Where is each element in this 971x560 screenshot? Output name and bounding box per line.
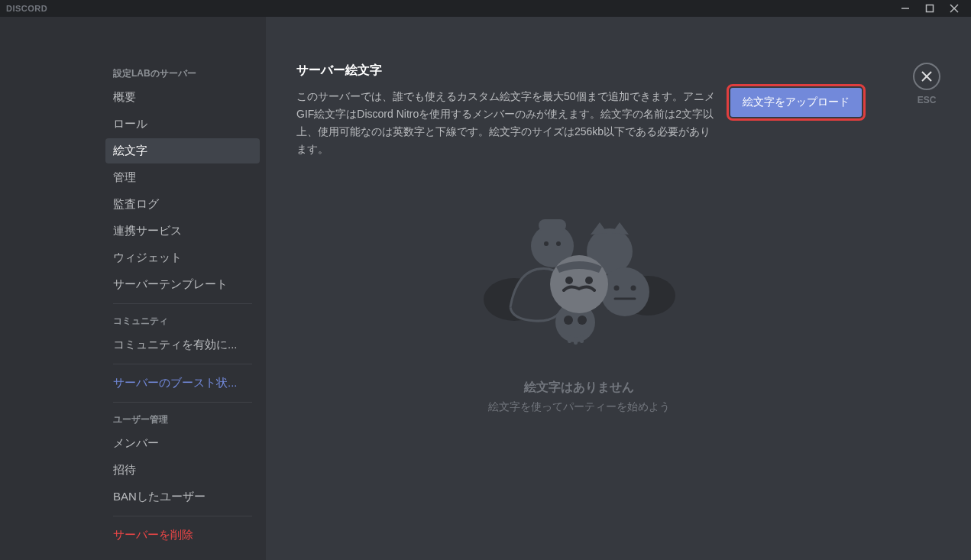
titlebar: DISCORD <box>0 0 971 17</box>
svg-rect-19 <box>574 337 578 345</box>
settings-sidebar: 設定LABのサーバー 概要 ロール 絵文字 管理 監査ログ 連携サービス ウィジ… <box>0 17 266 560</box>
sidebar-item-bans[interactable]: BANしたユーザー <box>105 484 260 510</box>
sidebar-divider <box>113 303 252 304</box>
content-area: サーバー絵文字 このサーバーでは、誰でも使えるカスタム絵文字を最大50個まで追加… <box>266 17 971 560</box>
sidebar-divider <box>113 402 252 403</box>
page-title: サーバー絵文字 <box>296 63 862 79</box>
svg-rect-20 <box>580 335 584 343</box>
close-settings-button[interactable]: ESC <box>913 63 940 105</box>
empty-state: 絵文字はありません 絵文字を使ってパーティーを始めよう <box>296 204 862 414</box>
upload-emoji-button[interactable]: 絵文字をアップロード <box>730 88 862 117</box>
svg-point-11 <box>600 267 649 316</box>
app-name: DISCORD <box>6 4 47 13</box>
svg-point-12 <box>614 286 620 291</box>
empty-title: 絵文字はありません <box>524 380 634 396</box>
close-label: ESC <box>918 95 937 105</box>
sidebar-item-overview[interactable]: 概要 <box>105 85 260 110</box>
sidebar-item-audit-log[interactable]: 監査ログ <box>105 192 260 217</box>
sidebar-item-emoji[interactable]: 絵文字 <box>105 138 260 163</box>
svg-point-23 <box>585 277 593 284</box>
sidebar-item-boost[interactable]: サーバーのブースト状... <box>105 371 260 396</box>
svg-rect-18 <box>568 335 571 343</box>
svg-point-9 <box>556 241 561 246</box>
empty-subtitle: 絵文字を使ってパーティーを始めよう <box>488 400 670 414</box>
svg-point-17 <box>578 316 587 325</box>
minimize-button[interactable] <box>895 0 916 17</box>
sidebar-item-invites[interactable]: 招待 <box>105 458 260 483</box>
sidebar-item-moderation[interactable]: 管理 <box>105 165 260 190</box>
page-description: このサーバーでは、誰でも使えるカスタム絵文字を最大50個まで追加できます。アニメ… <box>296 88 715 158</box>
sidebar-header-community: コミュニティ <box>105 310 260 332</box>
sidebar-header-server: 設定LABのサーバー <box>105 63 260 85</box>
svg-point-16 <box>564 316 573 325</box>
maximize-button[interactable] <box>919 0 940 17</box>
svg-point-22 <box>565 277 573 284</box>
close-icon <box>913 63 940 90</box>
sidebar-item-widget[interactable]: ウィジェット <box>105 245 260 270</box>
empty-emoji-illustration <box>476 204 682 357</box>
sidebar-item-community-enable[interactable]: コミュニティを有効に... <box>105 332 260 358</box>
sidebar-divider <box>113 364 252 364</box>
svg-point-13 <box>631 286 636 291</box>
svg-rect-1 <box>927 5 934 12</box>
sidebar-item-roles[interactable]: ロール <box>105 112 260 137</box>
svg-rect-7 <box>539 219 566 231</box>
svg-point-8 <box>544 241 549 246</box>
window-controls <box>895 0 965 17</box>
sidebar-item-integrations[interactable]: 連携サービス <box>105 218 260 244</box>
sidebar-item-delete-server[interactable]: サーバーを削除 <box>105 523 260 548</box>
close-window-button[interactable] <box>943 0 965 17</box>
sidebar-header-user-mgmt: ユーザー管理 <box>105 409 260 431</box>
sidebar-item-template[interactable]: サーバーテンプレート <box>105 272 260 297</box>
sidebar-divider <box>113 516 252 516</box>
sidebar-item-members[interactable]: メンバー <box>105 431 260 456</box>
